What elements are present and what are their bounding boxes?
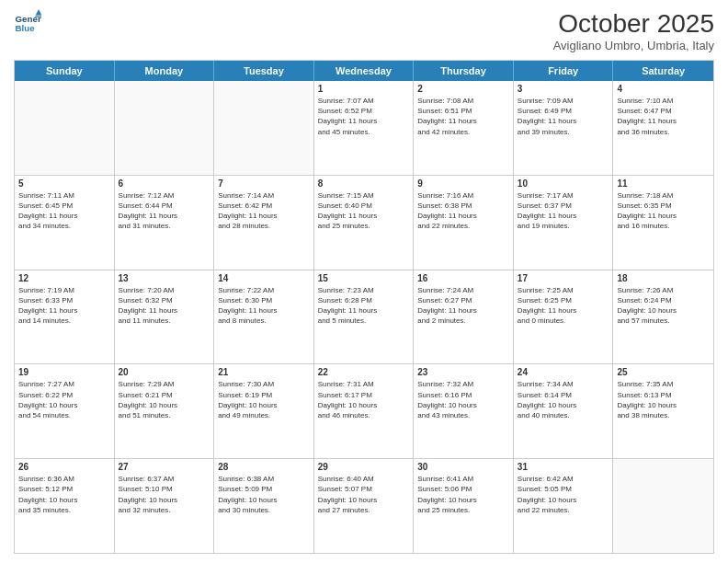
- day-number: 20: [119, 367, 210, 377]
- cal-cell: [115, 81, 215, 175]
- calendar-header: SundayMondayTuesdayWednesdayThursdayFrid…: [15, 61, 713, 81]
- day-number: 29: [318, 462, 410, 472]
- cal-cell: 31Sunrise: 6:42 AM Sunset: 5:05 PM Dayli…: [514, 459, 614, 553]
- cal-cell: 18Sunrise: 7:26 AM Sunset: 6:24 PM Dayli…: [613, 270, 713, 364]
- day-header-saturday: Saturday: [613, 61, 713, 81]
- cal-cell: 10Sunrise: 7:17 AM Sunset: 6:37 PM Dayli…: [514, 176, 614, 270]
- cal-cell: [214, 81, 314, 175]
- day-info: Sunrise: 7:16 AM Sunset: 6:38 PM Dayligh…: [417, 190, 509, 232]
- day-number: 2: [417, 84, 509, 94]
- day-info: Sunrise: 7:07 AM Sunset: 6:52 PM Dayligh…: [318, 96, 410, 137]
- calendar-body: 1Sunrise: 7:07 AM Sunset: 6:52 PM Daylig…: [15, 81, 713, 553]
- cal-cell: 2Sunrise: 7:08 AM Sunset: 6:51 PM Daylig…: [414, 81, 514, 175]
- day-number: 7: [218, 178, 310, 189]
- day-info: Sunrise: 7:27 AM Sunset: 6:22 PM Dayligh…: [18, 379, 110, 420]
- cal-cell: 27Sunrise: 6:37 AM Sunset: 5:10 PM Dayli…: [115, 459, 215, 553]
- day-info: Sunrise: 7:26 AM Sunset: 6:24 PM Dayligh…: [617, 285, 710, 327]
- cal-cell: 11Sunrise: 7:18 AM Sunset: 6:35 PM Dayli…: [613, 176, 713, 270]
- cal-cell: 13Sunrise: 7:20 AM Sunset: 6:32 PM Dayli…: [115, 270, 215, 364]
- day-number: 24: [518, 367, 609, 377]
- cal-cell: 1Sunrise: 7:07 AM Sunset: 6:52 PM Daylig…: [314, 81, 415, 175]
- logo-icon: General Blue: [14, 9, 41, 37]
- day-info: Sunrise: 7:22 AM Sunset: 6:30 PM Dayligh…: [218, 285, 310, 327]
- cal-cell: 17Sunrise: 7:25 AM Sunset: 6:25 PM Dayli…: [514, 270, 614, 364]
- day-info: Sunrise: 7:30 AM Sunset: 6:19 PM Dayligh…: [218, 379, 310, 420]
- calendar: SundayMondayTuesdayWednesdayThursdayFrid…: [14, 60, 714, 554]
- day-number: 11: [617, 178, 710, 189]
- day-number: 6: [119, 178, 210, 189]
- cal-cell: 22Sunrise: 7:31 AM Sunset: 6:17 PM Dayli…: [314, 364, 415, 458]
- svg-text:Blue: Blue: [16, 23, 36, 33]
- cal-cell: [15, 81, 115, 175]
- day-number: 1: [318, 84, 410, 94]
- cal-cell: 4Sunrise: 7:10 AM Sunset: 6:47 PM Daylig…: [613, 81, 713, 175]
- day-info: Sunrise: 7:24 AM Sunset: 6:27 PM Dayligh…: [417, 285, 509, 327]
- day-header-wednesday: Wednesday: [314, 61, 415, 81]
- day-header-friday: Friday: [514, 61, 614, 81]
- day-number: 28: [218, 462, 310, 472]
- day-number: 14: [218, 273, 310, 283]
- cal-cell: 23Sunrise: 7:32 AM Sunset: 6:16 PM Dayli…: [414, 364, 514, 458]
- day-info: Sunrise: 7:32 AM Sunset: 6:16 PM Dayligh…: [417, 379, 509, 420]
- day-number: 22: [318, 367, 410, 377]
- cal-cell: 7Sunrise: 7:14 AM Sunset: 6:42 PM Daylig…: [214, 176, 314, 270]
- day-number: 9: [417, 178, 509, 189]
- cal-cell: 9Sunrise: 7:16 AM Sunset: 6:38 PM Daylig…: [414, 176, 514, 270]
- day-number: 17: [518, 273, 609, 283]
- cal-cell: 26Sunrise: 6:36 AM Sunset: 5:12 PM Dayli…: [15, 459, 115, 553]
- day-info: Sunrise: 7:23 AM Sunset: 6:28 PM Dayligh…: [318, 285, 410, 327]
- cal-cell: 24Sunrise: 7:34 AM Sunset: 6:14 PM Dayli…: [514, 364, 614, 458]
- title-block: October 2025 Avigliano Umbro, Umbria, It…: [553, 9, 714, 52]
- day-info: Sunrise: 7:08 AM Sunset: 6:51 PM Dayligh…: [417, 96, 509, 137]
- cal-cell: 5Sunrise: 7:11 AM Sunset: 6:45 PM Daylig…: [15, 176, 115, 270]
- day-info: Sunrise: 6:37 AM Sunset: 5:10 PM Dayligh…: [119, 474, 210, 515]
- day-number: 10: [518, 178, 609, 189]
- day-number: 3: [518, 84, 609, 94]
- day-number: 30: [417, 462, 509, 472]
- day-header-tuesday: Tuesday: [214, 61, 314, 81]
- cal-cell: 12Sunrise: 7:19 AM Sunset: 6:33 PM Dayli…: [15, 270, 115, 364]
- week-row-2: 5Sunrise: 7:11 AM Sunset: 6:45 PM Daylig…: [15, 176, 713, 270]
- svg-marker-2: [36, 9, 41, 15]
- cal-cell: 19Sunrise: 7:27 AM Sunset: 6:22 PM Dayli…: [15, 364, 115, 458]
- location: Avigliano Umbro, Umbria, Italy: [553, 39, 714, 52]
- day-info: Sunrise: 6:38 AM Sunset: 5:09 PM Dayligh…: [218, 474, 310, 515]
- week-row-1: 1Sunrise: 7:07 AM Sunset: 6:52 PM Daylig…: [15, 81, 713, 176]
- day-number: 4: [617, 84, 710, 94]
- day-info: Sunrise: 7:10 AM Sunset: 6:47 PM Dayligh…: [617, 96, 710, 137]
- month-title: October 2025: [553, 9, 714, 39]
- day-number: 25: [617, 367, 710, 377]
- day-header-sunday: Sunday: [15, 61, 115, 81]
- cal-cell: 16Sunrise: 7:24 AM Sunset: 6:27 PM Dayli…: [414, 270, 514, 364]
- header: General Blue October 2025 Avigliano Umbr…: [14, 9, 714, 52]
- day-number: 13: [119, 273, 210, 283]
- day-number: 15: [318, 273, 410, 283]
- day-header-monday: Monday: [115, 61, 215, 81]
- cal-cell: 29Sunrise: 6:40 AM Sunset: 5:07 PM Dayli…: [314, 459, 415, 553]
- day-number: 27: [119, 462, 210, 472]
- week-row-5: 26Sunrise: 6:36 AM Sunset: 5:12 PM Dayli…: [15, 459, 713, 553]
- day-info: Sunrise: 7:12 AM Sunset: 6:44 PM Dayligh…: [119, 190, 210, 232]
- cal-cell: 21Sunrise: 7:30 AM Sunset: 6:19 PM Dayli…: [214, 364, 314, 458]
- day-info: Sunrise: 7:15 AM Sunset: 6:40 PM Dayligh…: [318, 190, 410, 232]
- day-info: Sunrise: 7:11 AM Sunset: 6:45 PM Dayligh…: [18, 190, 110, 232]
- day-info: Sunrise: 6:42 AM Sunset: 5:05 PM Dayligh…: [518, 474, 609, 515]
- day-number: 21: [218, 367, 310, 377]
- day-info: Sunrise: 7:31 AM Sunset: 6:17 PM Dayligh…: [318, 379, 410, 420]
- day-info: Sunrise: 7:17 AM Sunset: 6:37 PM Dayligh…: [518, 190, 609, 232]
- cal-cell: 8Sunrise: 7:15 AM Sunset: 6:40 PM Daylig…: [314, 176, 415, 270]
- day-number: 16: [417, 273, 509, 283]
- day-info: Sunrise: 7:19 AM Sunset: 6:33 PM Dayligh…: [18, 285, 110, 327]
- logo: General Blue: [14, 9, 41, 37]
- day-number: 12: [18, 273, 110, 283]
- week-row-4: 19Sunrise: 7:27 AM Sunset: 6:22 PM Dayli…: [15, 364, 713, 459]
- day-number: 18: [617, 273, 710, 283]
- day-info: Sunrise: 7:29 AM Sunset: 6:21 PM Dayligh…: [119, 379, 210, 420]
- day-number: 23: [417, 367, 509, 377]
- day-header-thursday: Thursday: [414, 61, 514, 81]
- day-info: Sunrise: 6:36 AM Sunset: 5:12 PM Dayligh…: [18, 474, 110, 515]
- cal-cell: 20Sunrise: 7:29 AM Sunset: 6:21 PM Dayli…: [115, 364, 215, 458]
- cal-cell: 30Sunrise: 6:41 AM Sunset: 5:06 PM Dayli…: [414, 459, 514, 553]
- day-info: Sunrise: 7:34 AM Sunset: 6:14 PM Dayligh…: [518, 379, 609, 420]
- day-number: 8: [318, 178, 410, 189]
